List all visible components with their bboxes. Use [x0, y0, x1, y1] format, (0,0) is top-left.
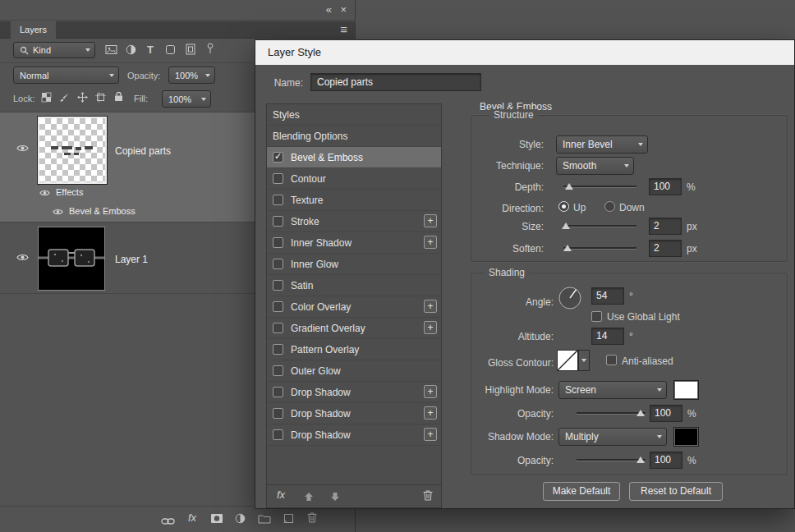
filter-type-layers-icon[interactable]: T [147, 44, 154, 56]
technique-dropdown[interactable]: Smooth [556, 157, 634, 175]
add-instance-icon[interactable]: + [424, 406, 437, 420]
effect-item-label[interactable]: Bevel & Emboss [69, 206, 136, 216]
soften-value-field[interactable]: 2 [649, 240, 682, 257]
delete-layer-trash-icon[interactable] [307, 511, 317, 523]
blend-mode-dropdown[interactable]: Normal [13, 66, 119, 84]
shadow-opacity-slider[interactable] [577, 454, 646, 466]
add-instance-icon[interactable]: + [424, 321, 437, 334]
direction-down-radio[interactable] [604, 201, 615, 212]
lock-artboard-icon[interactable] [95, 92, 106, 103]
style-item-color-overlay[interactable]: Color Overlay+ [267, 296, 441, 318]
add-style-fx-icon[interactable]: fx [277, 488, 285, 501]
soften-slider-thumb[interactable] [563, 245, 572, 251]
add-instance-icon[interactable]: + [424, 236, 437, 249]
shadow-mode-dropdown[interactable]: Multiply [558, 428, 667, 446]
layer-name[interactable]: Copied parts [115, 145, 171, 157]
angle-dial[interactable] [557, 285, 583, 311]
style-item-inner-glow[interactable]: Inner Glow [267, 254, 441, 275]
styles-header-item[interactable]: Styles [267, 104, 441, 126]
style-checkbox[interactable] [273, 365, 283, 376]
filter-kind-dropdown[interactable]: Kind [13, 42, 95, 58]
effects-label[interactable]: Effects [56, 187, 83, 197]
move-effect-up-icon[interactable] [303, 491, 315, 502]
lock-image-icon[interactable] [59, 92, 70, 103]
antialiased-checkbox[interactable] [606, 355, 617, 365]
style-checkbox[interactable] [273, 429, 283, 440]
size-slider-thumb[interactable] [562, 222, 570, 229]
lock-position-icon[interactable] [77, 92, 88, 103]
filter-adjustment-layers-icon[interactable] [126, 44, 136, 55]
layer-thumbnail[interactable] [38, 117, 107, 184]
layer-name[interactable]: Layer 1 [115, 254, 148, 265]
panel-menu-icon[interactable]: ≡ [340, 22, 347, 36]
opacity-dropdown[interactable]: 100% [168, 66, 215, 84]
style-checkbox[interactable] [273, 173, 283, 184]
add-instance-icon[interactable]: + [424, 385, 437, 398]
layer-style-fx-icon[interactable]: fx [188, 511, 196, 524]
style-checkbox[interactable] [273, 280, 283, 291]
depth-value-field[interactable]: 100 [649, 178, 682, 195]
layer-visibility-eye-icon[interactable] [16, 144, 29, 153]
close-panel-icon[interactable]: × [340, 3, 347, 16]
filter-smart-object-icon[interactable] [186, 44, 195, 55]
name-input[interactable]: Copied parts [310, 73, 481, 91]
add-layer-mask-icon[interactable] [210, 513, 223, 524]
style-checkbox[interactable] [273, 344, 283, 355]
angle-value-field[interactable]: 54 [591, 287, 624, 305]
style-checkbox[interactable] [273, 323, 283, 333]
layers-tab[interactable]: Layers [11, 21, 56, 39]
size-value-field[interactable]: 2 [649, 218, 682, 235]
size-slider[interactable] [563, 220, 636, 232]
highlight-opacity-slider[interactable] [577, 407, 646, 419]
make-default-button[interactable]: Make Default [543, 482, 620, 501]
style-item-bevel-emboss[interactable]: Bevel & Emboss [267, 147, 441, 168]
depth-slider-thumb[interactable] [565, 183, 573, 190]
new-layer-icon[interactable] [283, 513, 294, 524]
style-item-contour[interactable]: Contour [267, 168, 441, 190]
layer1-thumbnail[interactable] [38, 227, 105, 291]
new-adjustment-layer-icon[interactable] [235, 513, 246, 524]
style-item-outer-glow[interactable]: Outer Glow [267, 360, 441, 382]
dialog-titlebar[interactable]: Layer Style [255, 40, 794, 65]
depth-slider[interactable] [563, 181, 636, 192]
highlight-color-swatch[interactable] [673, 380, 699, 400]
filter-toggle-icon[interactable] [207, 43, 214, 54]
collapse-to-icons-icon[interactable]: « [326, 3, 332, 16]
new-group-folder-icon[interactable] [258, 514, 271, 524]
bevel-style-dropdown[interactable]: Inner Bevel [556, 135, 648, 154]
soften-slider[interactable] [563, 242, 636, 254]
shadow-opacity-thumb[interactable] [636, 456, 645, 463]
reset-to-default-button[interactable]: Reset to Default [629, 482, 723, 501]
effect-visibility-eye-icon[interactable] [53, 208, 63, 216]
filter-pixel-layers-icon[interactable] [105, 44, 117, 55]
gloss-contour-thumbnail[interactable] [557, 350, 578, 371]
altitude-value-field[interactable]: 14 [591, 328, 624, 345]
style-item-texture[interactable]: Texture [267, 190, 441, 211]
lock-all-icon[interactable] [114, 91, 123, 102]
add-instance-icon[interactable]: + [424, 428, 437, 441]
style-item-pattern-overlay[interactable]: Pattern Overlay [267, 339, 441, 360]
add-instance-icon[interactable]: + [424, 214, 437, 227]
highlight-mode-dropdown[interactable]: Screen [558, 381, 667, 399]
delete-effect-trash-icon[interactable] [423, 489, 433, 501]
style-item-blending-options[interactable]: Blending Options [267, 126, 441, 147]
style-checkbox[interactable] [273, 387, 283, 397]
filter-shape-layers-icon[interactable] [165, 44, 176, 55]
highlight-opacity-field[interactable]: 100 [650, 405, 682, 422]
style-item-drop-shadow[interactable]: Drop Shadow+ [267, 382, 441, 403]
style-item-drop-shadow[interactable]: Drop Shadow+ [267, 424, 441, 446]
use-global-light-checkbox[interactable] [591, 311, 602, 322]
style-checkbox[interactable] [273, 152, 283, 163]
add-instance-icon[interactable]: + [424, 300, 437, 313]
lock-transparency-icon[interactable] [41, 92, 52, 103]
direction-up-radio[interactable] [558, 201, 569, 212]
effects-visibility-eye-icon[interactable] [39, 189, 50, 197]
style-item-stroke[interactable]: Stroke+ [267, 211, 441, 232]
fill-dropdown[interactable]: 100% [162, 90, 211, 108]
shadow-opacity-field[interactable]: 100 [650, 452, 682, 469]
style-checkbox[interactable] [273, 408, 283, 419]
style-checkbox[interactable] [273, 216, 283, 227]
style-checkbox[interactable] [273, 237, 283, 248]
shadow-color-swatch[interactable] [673, 427, 699, 447]
layer1-visibility-eye-icon[interactable] [16, 253, 29, 262]
